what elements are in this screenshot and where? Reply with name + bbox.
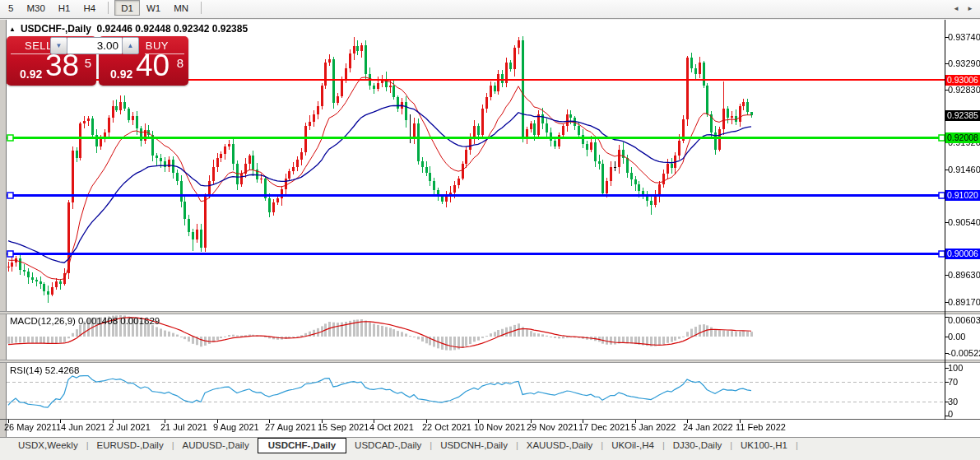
chart-tab-bar: USDX,Weekly|EURUSD-,Daily|AUDUSD-,DailyU… bbox=[0, 437, 980, 460]
date-axis-label: 15 Sep 2021 bbox=[318, 422, 369, 432]
date-axis-label: 10 Nov 2021 bbox=[474, 422, 525, 432]
sell-price: 0.92 38 5 bbox=[7, 54, 96, 86]
price-axis-tick: 0.93290 bbox=[948, 58, 980, 68]
rsi-value: 52.4268 bbox=[45, 365, 80, 375]
date-axis-label: 24 Jan 2022 bbox=[683, 422, 733, 432]
price-axis-tick: 0.89630 bbox=[948, 270, 980, 280]
price-axis-tick: 0.90540 bbox=[948, 217, 980, 227]
level-price-badge: 0.91020 bbox=[945, 190, 980, 201]
timeframe-button-d1[interactable]: D1 bbox=[114, 0, 140, 16]
buy-price-prefix: 0.92 bbox=[110, 67, 132, 81]
one-click-trading-panel: SELL 0.92 38 5 BUY 0.92 40 8 ▼ ▲ bbox=[7, 36, 188, 86]
timeframe-toolbar: 5M30H1H4D1W1MN bbox=[0, 0, 980, 19]
date-axis-label: 4 Oct 2021 bbox=[369, 422, 414, 432]
tab-dj30-[interactable]: DJ30-,Daily bbox=[665, 438, 730, 452]
date-axis-label: 17 Dec 2021 bbox=[578, 422, 629, 432]
tab-usdx[interactable]: USDX,Weekly bbox=[10, 438, 86, 452]
tab-scroll-right-icon[interactable]: ► bbox=[967, 5, 973, 12]
tab-eurusd-[interactable]: EURUSD-,Daily bbox=[89, 438, 172, 452]
date-axis-label: 21 Jul 2021 bbox=[160, 422, 207, 432]
volume-input[interactable] bbox=[67, 37, 122, 54]
symbol-period-label: USDCHF-,Daily bbox=[21, 23, 91, 35]
trading-platform-window: 5M30H1H4D1W1MN ▲USDCHF-,Daily 0.92446 0.… bbox=[0, 0, 980, 460]
tab-usdchf-[interactable]: USDCHF-,Daily bbox=[258, 438, 346, 453]
rsi-indicator-label: RSI(14) 52.4268 bbox=[10, 365, 79, 375]
chart-title: ▲USDCHF-,Daily 0.92446 0.92448 0.92342 0… bbox=[9, 23, 248, 35]
toolbar-separator bbox=[201, 2, 202, 14]
date-axis-label: 9 Aug 2021 bbox=[213, 422, 259, 432]
date-axis-label: 27 Aug 2021 bbox=[265, 422, 316, 432]
level-price-badge: 0.92008 bbox=[945, 132, 980, 143]
current-price-badge: 0.92385 bbox=[945, 110, 980, 121]
collapse-arrow-icon[interactable]: ▲ bbox=[9, 26, 16, 33]
macd-value-signal: 0.001629 bbox=[120, 316, 160, 326]
date-axis-label: 5 Jan 2022 bbox=[631, 422, 676, 432]
sell-price-prefix: 0.92 bbox=[20, 67, 42, 81]
toolbar-separator bbox=[108, 2, 109, 14]
tab-xauusd-[interactable]: XAUUSD-,Daily bbox=[518, 438, 601, 452]
tab-usdcnh-[interactable]: USDCNH-,Daily bbox=[432, 438, 516, 452]
date-axis-label: 26 May 2021 bbox=[4, 422, 57, 432]
rsi-axis-tick: 70 bbox=[948, 377, 958, 387]
timeframe-button-mn[interactable]: MN bbox=[167, 0, 195, 16]
level-price-badge: 0.93006 bbox=[945, 75, 980, 86]
price-axis-tick: 0.89170 bbox=[948, 297, 980, 307]
tab-uk100-[interactable]: UK100-,H1 bbox=[732, 438, 796, 452]
buy-price-big: 40 bbox=[136, 49, 170, 83]
tab-usdcad-[interactable]: USDCAD-,Daily bbox=[346, 438, 430, 452]
price-axis-tick: 0.91460 bbox=[948, 165, 980, 174]
ohlc-values: 0.92446 0.92448 0.92342 0.92385 bbox=[97, 23, 248, 35]
rsi-axis-tick: 100 bbox=[948, 363, 963, 373]
tab-separator: | bbox=[796, 438, 798, 450]
timeframe-button-h1[interactable]: H1 bbox=[52, 0, 77, 16]
date-axis-label: 29 Nov 2021 bbox=[527, 422, 578, 432]
price-axis-tick: 0.92830 bbox=[948, 85, 980, 95]
volume-increase-button[interactable]: ▲ bbox=[122, 37, 139, 54]
macd-axis-tick: 0.00 bbox=[948, 332, 965, 342]
date-axis-label: 22 Oct 2021 bbox=[422, 422, 471, 432]
macd-axis-tick: -0.00522 bbox=[948, 348, 980, 358]
date-axis-label: 11 Feb 2022 bbox=[736, 422, 786, 432]
volume-stepper: ▼ ▲ bbox=[50, 37, 139, 54]
timeframe-button-5[interactable]: 5 bbox=[2, 0, 20, 16]
level-price-badge: 0.90006 bbox=[945, 249, 980, 259]
volume-decrease-button[interactable]: ▼ bbox=[50, 37, 67, 54]
buy-price-pip: 8 bbox=[177, 56, 183, 70]
rsi-axis-tick: 0 bbox=[948, 409, 953, 419]
timeframe-button-h4[interactable]: H4 bbox=[77, 0, 102, 16]
macd-axis-tick: 0.006038 bbox=[948, 315, 980, 325]
rsi-axis-tick: 30 bbox=[948, 397, 958, 407]
macd-indicator-label: MACD(12,26,9) 0.001408 0.001629 bbox=[10, 316, 160, 326]
date-axis-label: 2 Jul 2021 bbox=[109, 422, 151, 432]
timeframe-button-w1[interactable]: W1 bbox=[140, 0, 167, 16]
timeframe-button-m30[interactable]: M30 bbox=[20, 0, 51, 16]
date-axis-label: 14 Jun 2021 bbox=[56, 422, 106, 432]
buy-price: 0.92 40 8 bbox=[99, 54, 188, 86]
tab-scroll-arrows: ◄ ► bbox=[947, 5, 973, 12]
tab-scroll-left-icon[interactable]: ◄ bbox=[953, 5, 959, 12]
sell-price-pip: 5 bbox=[85, 56, 91, 70]
tab-ukoil-[interactable]: UKOil-,H4 bbox=[603, 438, 662, 452]
macd-value-main: 0.001408 bbox=[78, 316, 118, 326]
price-axis-tick: 0.93740 bbox=[948, 32, 980, 42]
tab-audusd-[interactable]: AUDUSD-,Daily bbox=[174, 438, 258, 452]
